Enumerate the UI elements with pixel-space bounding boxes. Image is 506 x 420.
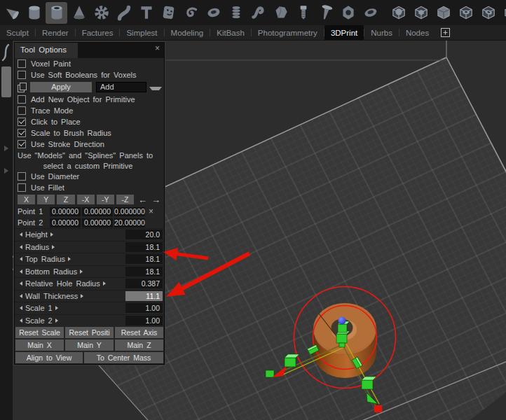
checkbox-add-new-object[interactable]: Add New Object for Primitive [15,94,164,105]
axis-button-z[interactable]: Z [57,195,74,204]
main-x-button[interactable]: Main X [15,340,64,351]
point-clear-icon[interactable]: × [149,206,153,216]
point2-x-field[interactable]: 0.00000 [50,218,81,227]
curved-tube-primitive-icon[interactable] [113,2,135,24]
spring-primitive-icon[interactable] [225,2,247,24]
slider-left-arrow-icon[interactable] [18,257,22,261]
hex-nut-primitive-icon[interactable] [337,2,359,24]
checkbox-icon[interactable] [18,183,26,192]
tab-modeling[interactable]: Modeling [165,25,210,40]
panel-handle[interactable] [1,66,11,97]
tab-factures[interactable]: Factures [76,25,120,40]
slider-left-arrow-icon[interactable] [18,245,22,249]
wall-thickness-value-field[interactable]: 11.1 [125,291,163,301]
slider-wall-thickness[interactable]: Wall Thickness 11.1 [15,290,164,302]
slider-scale-1[interactable]: Scale 1 1.00 [15,302,164,314]
main-y-button[interactable]: Main Y [65,340,114,351]
slider-top-radius[interactable]: Top Radius 18.1 [15,253,164,265]
checkbox-icon[interactable] [18,118,26,126]
slider-right-arrow-icon[interactable] [55,306,60,310]
checkbox-use-soft-booleans[interactable]: Use Soft Booleans for Voxels [15,69,164,80]
point2-z-field[interactable]: 20.00000 [114,218,145,227]
checkbox-icon[interactable] [18,59,26,68]
cube-primitive-icon[interactable] [432,2,454,24]
point1-y-field[interactable]: 0.00000 [82,207,113,216]
washer-primitive-icon[interactable] [360,2,381,24]
point2-y-field[interactable]: 0.00000 [82,218,113,227]
flathead-screw-primitive-icon[interactable] [315,2,336,24]
spiral-primitive-icon[interactable] [180,2,202,24]
history-back-button[interactable]: ← [138,195,147,205]
tab-kitbash[interactable]: KitBash [210,25,251,40]
to-center-mass-button[interactable]: To Center Mass [84,352,163,363]
bottom-radius-value-field[interactable]: 18.1 [125,267,163,276]
checkbox-icon[interactable] [18,71,26,79]
tab-simplest[interactable]: Simplest [120,25,163,40]
cone-primitive-icon[interactable] [68,2,90,24]
slider-right-arrow-icon[interactable] [68,257,73,261]
bolt-primitive-icon[interactable] [292,2,314,24]
t-shape-primitive-icon[interactable] [135,2,157,24]
axis-button-neg-x[interactable]: -X [77,195,95,204]
axis-button-neg-z[interactable]: -Z [116,195,134,204]
checkbox-icon[interactable] [18,106,26,115]
cone-tilted-primitive-icon[interactable] [1,2,22,24]
tab-nodes[interactable]: Nodes [399,25,435,40]
slider-left-arrow-icon[interactable] [18,318,22,323]
slider-right-arrow-icon[interactable] [52,245,57,249]
slider-right-arrow-icon[interactable] [80,270,85,274]
slider-right-arrow-icon[interactable] [50,232,55,237]
top-radius-value-field[interactable]: 18.1 [125,254,163,264]
axis-button-x[interactable]: X [18,195,35,204]
checkbox-icon[interactable] [18,140,26,148]
tab-3dprint[interactable]: 3DPrint [324,25,364,40]
stone-primitive-icon[interactable] [270,2,292,24]
axis-button-y[interactable]: Y [37,195,55,204]
axis-button-neg-y[interactable]: -Y [97,195,114,204]
copy-icon[interactable] [18,83,26,92]
collapse-triangle-icon[interactable] [4,168,8,174]
reset-axis-button[interactable]: Reset Axis [115,327,163,338]
curl-primitive-icon[interactable] [247,2,269,24]
align-to-view-button[interactable]: Align to View [15,352,83,363]
brush-stroke-icon[interactable] [0,42,13,63]
checkbox-trace-mode[interactable]: Trace Mode [15,105,164,116]
reset-scale-button[interactable]: Reset Scale [15,327,64,338]
cylinder-primitive-icon[interactable] [23,2,45,24]
point1-x-field[interactable]: 0.00000 [50,207,81,216]
cylinder-in-cube-primitive-icon[interactable] [500,2,506,24]
scale1-value-field[interactable]: 1.00 [125,303,163,313]
gizmo-center-sphere[interactable] [339,317,346,325]
panel-close-icon[interactable]: × [151,43,164,58]
slider-right-arrow-icon[interactable] [103,281,108,286]
torus-in-cube-alt-primitive-icon[interactable] [477,2,499,24]
chevron-down-icon[interactable] [149,87,162,93]
cube-in-cube-primitive-icon[interactable] [410,2,432,24]
tube-primitive-icon[interactable] [46,2,67,24]
sphere-in-cube-primitive-icon[interactable] [388,2,409,24]
checkbox-icon[interactable] [18,172,26,181]
tab-render[interactable]: Render [36,25,75,40]
checkbox-click-to-place[interactable]: Click to Place [15,116,164,127]
panel-title-tab[interactable]: Tool Options [15,43,78,58]
add-tab-button[interactable] [435,25,456,40]
collapse-triangle-icon[interactable] [4,146,8,151]
height-value-field[interactable]: 20.0 [125,230,163,239]
checkbox-scale-to-brush-radius[interactable]: Scale to Brush Radius [15,127,164,139]
slider-left-arrow-icon[interactable] [18,270,22,274]
checkbox-icon[interactable] [18,129,26,137]
tab-nurbs[interactable]: Nurbs [364,25,399,40]
slider-left-arrow-icon[interactable] [18,232,22,237]
apply-button[interactable]: Apply [30,82,92,92]
point1-z-field[interactable]: 0.000000 [114,207,145,216]
slider-scale-2[interactable]: Scale 2 1.00 [15,314,164,327]
main-z-button[interactable]: Main Z [115,340,163,351]
slider-left-arrow-icon[interactable] [18,294,22,298]
checkbox-icon[interactable] [18,95,26,104]
torus-primitive-icon[interactable] [203,2,224,24]
slider-bottom-radius[interactable]: Bottom Radius 18.1 [15,265,164,278]
torus-in-cube-primitive-icon[interactable] [455,2,477,24]
slider-left-arrow-icon[interactable] [18,306,22,310]
checkbox-use-diameter[interactable]: Use Diameter [15,171,164,182]
plate-face-primitive-icon[interactable] [158,2,179,24]
